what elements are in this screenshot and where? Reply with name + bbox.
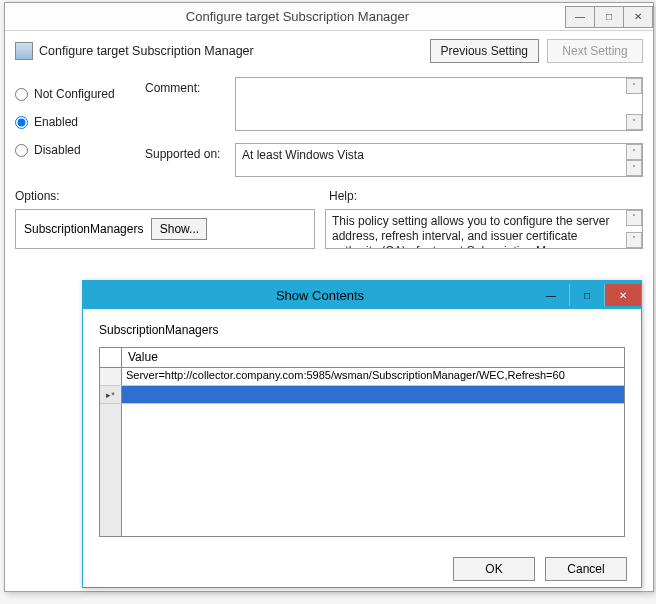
titlebar: Show Contents — □ ✕ [83,281,641,309]
titlebar: Configure target Subscription Manager — … [5,3,653,31]
supported-on-label: Supported on: [145,143,235,161]
help-heading: Help: [315,189,357,203]
new-row-indicator-icon[interactable]: ▸* [100,386,122,403]
comment-label: Comment: [145,77,235,95]
help-text: This policy setting allows you to config… [332,214,609,249]
scroll-up-icon[interactable]: ˄ [626,210,642,226]
help-panel: This policy setting allows you to config… [325,209,643,249]
minimize-button[interactable]: — [533,284,569,306]
scroll-down-icon[interactable]: ˅ [626,160,642,176]
previous-setting-button[interactable]: Previous Setting [430,39,539,63]
ok-button[interactable]: OK [453,557,535,581]
show-contents-dialog: Show Contents — □ ✕ SubscriptionManagers… [82,280,642,588]
cancel-button[interactable]: Cancel [545,557,627,581]
radio-enabled-input[interactable] [15,116,28,129]
radio-not-configured-input[interactable] [15,88,28,101]
subscription-managers-label: SubscriptionManagers [24,222,143,236]
maximize-button[interactable]: □ [594,6,624,28]
scroll-down-icon[interactable]: ˅ [626,232,642,248]
radio-not-configured[interactable]: Not Configured [15,87,145,101]
show-button[interactable]: Show... [151,218,207,240]
supported-on-value: At least Windows Vista [242,148,364,162]
radio-not-configured-label: Not Configured [34,87,115,101]
radio-disabled[interactable]: Disabled [15,143,145,157]
window-title: Configure target Subscription Manager [29,9,566,24]
policy-icon [15,42,33,60]
close-button[interactable]: ✕ [623,6,653,28]
state-radio-group: Not Configured Enabled Disabled [15,77,145,177]
supported-on-box: At least Windows Vista ˄ ˅ [235,143,643,177]
radio-enabled[interactable]: Enabled [15,115,145,129]
minimize-button[interactable]: — [565,6,595,28]
value-cell[interactable]: Server=http://collector.company.com:5985… [122,368,624,385]
radio-disabled-label: Disabled [34,143,81,157]
maximize-button[interactable]: □ [569,284,605,306]
values-grid[interactable]: Value Server=http://collector.company.co… [99,347,625,537]
table-row[interactable]: ▸* [100,386,624,404]
scroll-down-icon[interactable]: ˅ [626,114,642,130]
comment-textarea[interactable]: ˄ ˅ [235,77,643,131]
close-button[interactable]: ✕ [605,284,641,306]
value-cell[interactable] [122,386,624,403]
row-header-corner [100,348,122,367]
options-panel: SubscriptionManagers Show... [15,209,315,249]
radio-enabled-label: Enabled [34,115,78,129]
list-label: SubscriptionManagers [99,323,625,337]
table-row[interactable]: Server=http://collector.company.com:5985… [100,368,624,386]
dialog-title: Show Contents [107,288,533,303]
radio-disabled-input[interactable] [15,144,28,157]
policy-name: Configure target Subscription Manager [39,44,422,58]
scroll-up-icon[interactable]: ˄ [626,144,642,160]
column-header-value[interactable]: Value [122,348,624,367]
options-heading: Options: [15,189,315,203]
row-header-gutter [100,404,122,536]
scroll-up-icon[interactable]: ˄ [626,78,642,94]
row-header[interactable] [100,368,122,385]
next-setting-button: Next Setting [547,39,643,63]
